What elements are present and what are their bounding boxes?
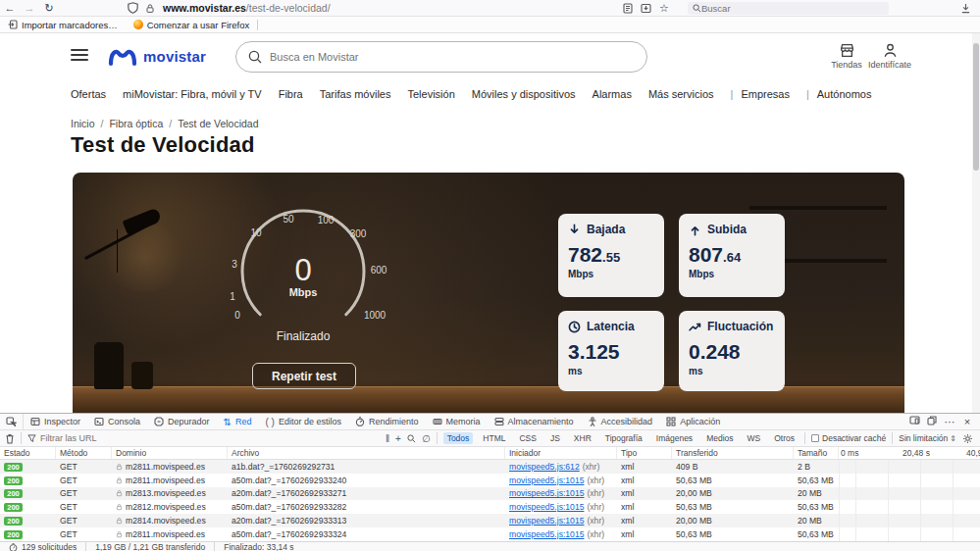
network-request-row[interactable]: 200 GET m2814.movispeed.es a20m.dat?_=17… (0, 514, 980, 527)
breadcrumb-inicio[interactable]: Inicio (71, 118, 95, 129)
network-settings-gear-icon[interactable] (962, 433, 973, 444)
filter-otros[interactable]: Otros (770, 432, 799, 444)
tab-consola[interactable]: Consola (87, 414, 147, 429)
speedtest-widget: 0 1 3 10 50 100 300 600 1000 0 Mbps Fina… (73, 173, 904, 413)
tab-almacenamiento[interactable]: Almacenamiento (488, 414, 581, 429)
col-tipo[interactable]: Tipo (617, 447, 672, 459)
nav-item-alarmas[interactable]: Alarmas (593, 88, 632, 100)
col-metodo[interactable]: Método (56, 447, 112, 459)
tab-depurador[interactable]: Depurador (147, 414, 217, 429)
network-request-row[interactable]: 200 GET m2812.movispeed.es a50m.dat?_=17… (0, 500, 980, 514)
download-icon[interactable] (956, 0, 974, 16)
bookmark-getting-started[interactable]: Comenzar a usar Firefox (126, 17, 258, 32)
clear-requests-icon[interactable] (5, 433, 15, 444)
col-timeline[interactable]: 0 ms 20,48 s 40,96 (839, 447, 980, 459)
reload-icon[interactable]: ↻ (39, 0, 59, 16)
nav-item-ofertas[interactable]: Ofertas (71, 88, 106, 100)
tab-accesibilidad[interactable]: Accesibilidad (581, 414, 660, 429)
nav-item-mas-servicios[interactable]: Más servicios (648, 88, 714, 100)
breadcrumb-fibra-optica[interactable]: Fibra óptica (109, 118, 163, 129)
network-request-row[interactable]: 200 GET m2811.movispeed.es a50m.dat?_=17… (0, 474, 980, 487)
col-dominio[interactable]: Dominio (112, 447, 228, 459)
element-picker-icon[interactable] (0, 414, 24, 429)
filter-todos[interactable]: Todos (443, 432, 474, 444)
filter-xhr[interactable]: XHR (570, 432, 595, 444)
toolbar-search-input[interactable] (701, 3, 858, 14)
initiator-link[interactable]: movispeed5.js:612 (509, 462, 580, 472)
col-estado[interactable]: Estado (0, 447, 56, 459)
initiator-link[interactable]: movispeed5.js:1015 (509, 529, 584, 539)
site-search-input[interactable] (270, 51, 603, 63)
nav-item-fibra[interactable]: Fibra (279, 88, 303, 100)
filter-html[interactable]: HTML (479, 432, 509, 444)
gauge-value: 0 (220, 253, 387, 288)
console-icon (94, 417, 104, 426)
shield-icon[interactable] (124, 0, 141, 16)
url-filter[interactable] (27, 433, 380, 443)
nav-item-tarifas[interactable]: Tarifas móviles (320, 88, 391, 100)
close-devtools-icon[interactable]: × (958, 416, 976, 427)
site-search[interactable] (235, 41, 647, 73)
result-card-bajada: Bajada 782.55 Mbps (558, 214, 664, 297)
devtools-menu-icon[interactable]: ⋯ (941, 416, 958, 428)
col-tamano[interactable]: Tamaño (794, 447, 839, 459)
tab-red[interactable]: ⇅ Red (217, 414, 259, 429)
reader-view-icon[interactable] (619, 0, 637, 16)
gauge-tick: 50 (283, 214, 293, 225)
url-filter-input[interactable] (40, 433, 335, 443)
nav-item-empresas[interactable]: Empresas (741, 88, 790, 100)
separate-window-icon[interactable] (923, 416, 941, 427)
tab-inspector[interactable]: Inspector (24, 414, 87, 429)
tab-editor-estilos[interactable]: ( ) Editor de estilos (259, 414, 349, 429)
filter-css[interactable]: CSS (515, 432, 540, 444)
filter-imagenes[interactable]: Imágenes (652, 432, 696, 444)
filter-tipografia[interactable]: Tipografía (601, 432, 646, 444)
pause-recording-icon[interactable]: ‖ (386, 433, 389, 444)
nav-item-moviles[interactable]: Móviles y dispositivos (472, 88, 576, 100)
filter-medios[interactable]: Medios (702, 432, 737, 444)
login-button[interactable]: Identifícate (867, 43, 912, 70)
stores-button[interactable]: Tiendas (824, 43, 869, 70)
disable-cache-checkbox[interactable]: Desactivar caché (811, 433, 886, 443)
bookmark-import[interactable]: Importar marcadores… (0, 17, 126, 32)
block-request-icon[interactable]: ∅ (422, 433, 431, 444)
save-page-icon[interactable] (637, 0, 654, 16)
lock-icon[interactable] (141, 0, 159, 16)
filter-js[interactable]: JS (546, 432, 564, 444)
scrollbar-thumb[interactable] (973, 43, 979, 171)
clock-icon (568, 321, 581, 333)
checkbox-icon[interactable] (811, 434, 819, 442)
toolbar-search[interactable] (688, 2, 889, 15)
filter-ws[interactable]: WS (744, 432, 765, 444)
movistar-logo[interactable]: movistar (108, 44, 206, 68)
responsive-mode-icon[interactable] (905, 416, 923, 427)
tab-memoria[interactable]: Memoria (426, 414, 488, 429)
nav-item-mimovistar[interactable]: miMovistar: Fibra, móvil y TV (123, 88, 262, 100)
forward-icon[interactable]: → (20, 0, 39, 16)
initiator-link[interactable]: movispeed5.js:1015 (509, 502, 584, 512)
repeat-test-button[interactable]: Repetir test (252, 363, 356, 389)
col-transferido[interactable]: Transferido (672, 447, 794, 459)
col-iniciador[interactable]: Iniciador (505, 447, 617, 459)
url-bar[interactable]: www.movistar.es /test-de-velocidad/ (120, 1, 551, 15)
bookmark-star-icon[interactable]: ☆ (654, 0, 674, 16)
throttling-dropdown[interactable]: Sin limitación ⇕ (899, 433, 956, 443)
initiator-link[interactable]: movispeed5.js:1015 (509, 476, 584, 485)
nav-item-autonomos[interactable]: Autónomos (817, 88, 872, 100)
network-request-row[interactable]: 200 GET m2813.movispeed.es a20m.dat?_=17… (0, 487, 980, 501)
tab-rendimiento[interactable]: Rendimiento (348, 414, 426, 429)
tab-aplicacion[interactable]: Aplicación (659, 414, 727, 429)
menu-hamburger-icon[interactable] (71, 49, 88, 63)
result-card-subida: Subida 807.64 Mbps (679, 214, 785, 297)
search-requests-icon[interactable] (407, 434, 416, 443)
transferred-summary: 1,19 GB / 1,21 GB transferido (85, 542, 214, 551)
nav-item-television[interactable]: Televisión (407, 88, 454, 100)
network-request-row[interactable]: 200 GET m2811.movispeed.es a50m.dat?_=17… (0, 527, 980, 541)
back-icon[interactable]: ← (0, 0, 20, 16)
col-archivo[interactable]: Archivo (228, 447, 505, 459)
add-request-icon[interactable]: + (395, 433, 401, 444)
initiator-link[interactable]: movispeed5.js:1015 (509, 488, 584, 498)
page-scrollbar[interactable] (972, 33, 980, 413)
initiator-link[interactable]: movispeed5.js:1015 (509, 516, 584, 526)
network-request-row[interactable]: 200 GET m2811.movispeed.es a1b.dat?_=176… (0, 460, 980, 474)
